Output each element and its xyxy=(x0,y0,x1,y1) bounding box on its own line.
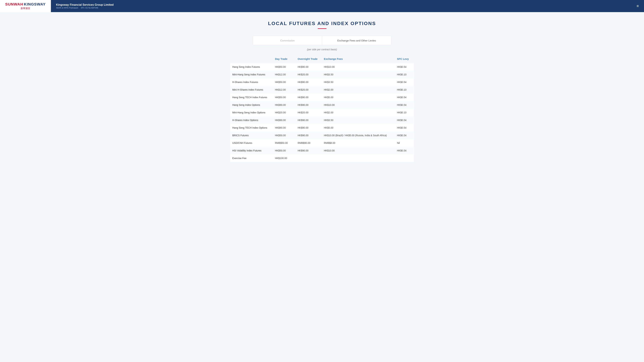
cell-overnight_trade: HK$20.00 xyxy=(296,86,322,94)
cell-exchange_fees: HK$5.00 xyxy=(322,94,395,101)
table-row: HSI Volatility Index FuturesHK$50.00HK$9… xyxy=(230,147,414,154)
header-day-trade: Day Trade xyxy=(273,56,296,63)
company-name: Kingsway Financial Services Group Limite… xyxy=(56,3,114,6)
cell-product: H-Shares Index Futures xyxy=(230,78,273,86)
cell-product: H-Shares Index Options xyxy=(230,116,273,124)
table-row: Hang Seng Index OptionsHK$90.00HK$90.00H… xyxy=(230,101,414,109)
cell-sfc_levy: Nil xyxy=(395,139,414,147)
cell-day_trade: HK$90.00 xyxy=(273,101,296,109)
cell-day_trade: HK$50.00 xyxy=(273,94,296,101)
header-product xyxy=(230,56,273,63)
cell-sfc_levy: HK$0.54 xyxy=(395,78,414,86)
cell-day_trade: HK$20.00 xyxy=(273,109,296,116)
cell-overnight_trade: HK$90.00 xyxy=(296,132,322,139)
table-header: Day Trade Overnight Trade Exchange Fees … xyxy=(230,56,414,63)
cell-exchange_fees: HK$2.00 xyxy=(322,86,395,94)
cell-day_trade: HK$12.00 xyxy=(273,71,296,78)
table-row: BRICS FuturesHK$50.00HK$90.00HK$10.00 (B… xyxy=(230,132,414,139)
cell-exchange_fees: HK$3.50 xyxy=(322,116,395,124)
logo-area: SUNWAH KINGSWAY 新華滙富 xyxy=(0,0,51,12)
cell-sfc_levy: HK$0.54 xyxy=(395,132,414,139)
cell-product: BRICS Futures xyxy=(230,132,273,139)
cell-overnight_trade: HK$90.00 xyxy=(296,78,322,86)
cell-exchange_fees: HK$10.00 (Brazil) / HK$5.00 (Russia, Ind… xyxy=(322,132,395,139)
cell-exchange_fees: HK$10.00 xyxy=(322,101,395,109)
header-sfc-levy: SFC Levy xyxy=(395,56,414,63)
cell-product: Hang Seng Index Futures xyxy=(230,63,273,71)
main-content: LOCAL FUTURES AND INDEX OPTIONS Commissi… xyxy=(227,12,417,171)
cell-exchange_fees xyxy=(322,154,395,162)
per-side-note: (per side per contract basis) xyxy=(230,48,414,51)
tab-container: Commission Exchange Fees and Other Levie… xyxy=(253,36,391,45)
company-sub1: SEHK & HKFE Participant xyxy=(56,7,78,9)
cell-sfc_levy: HK$0.10 xyxy=(395,109,414,116)
table-row: Mini H-Shares Index FuturesHK$12.00HK$20… xyxy=(230,86,414,94)
cell-sfc_levy: HK$0.54 xyxy=(395,124,414,132)
cell-sfc_levy xyxy=(395,154,414,162)
cell-exchange_fees: HK$3.50 xyxy=(322,71,395,78)
header: SUNWAH KINGSWAY 新華滙富 Kingsway Financial … xyxy=(0,0,644,12)
tab-commission[interactable]: Commission xyxy=(253,36,322,45)
cell-overnight_trade: HK$90.00 xyxy=(296,147,322,154)
cell-overnight_trade: HK$20.00 xyxy=(296,71,322,78)
cell-overnight_trade: HK$90.00 xyxy=(296,116,322,124)
cell-overnight_trade: RMB$90.00 xyxy=(296,139,322,147)
company-sub2: SFC CE No ADF346 xyxy=(81,7,98,9)
cell-day_trade: HK$90.00 xyxy=(273,116,296,124)
table-row: Hang Seng TECH Index FuturesHK$50.00HK$9… xyxy=(230,94,414,101)
company-sub: SEHK & HKFE Participant SFC CE No ADF346 xyxy=(56,7,114,9)
cell-product: Mini-Hang Seng Index Options xyxy=(230,109,273,116)
table-row: USD/CNH FuturesRMB$50.00RMB$90.00RMB$8.0… xyxy=(230,139,414,147)
cell-overnight_trade: HK$90.00 xyxy=(296,101,322,109)
cell-product: Hang Seng TECH Index Options xyxy=(230,124,273,132)
table-row: Hang Seng TECH Index OptionsHK$90.00HK$9… xyxy=(230,124,414,132)
cell-day_trade: HK$90.00 xyxy=(273,124,296,132)
table-row: H-Shares Index OptionsHK$90.00HK$90.00HK… xyxy=(230,116,414,124)
logo-sunwah: SUNWAH xyxy=(5,2,23,6)
cell-product: USD/CNH Futures xyxy=(230,139,273,147)
hamburger-menu-icon[interactable]: ≡ xyxy=(636,4,644,8)
cell-exchange_fees: HK$5.00 xyxy=(322,124,395,132)
cell-overnight_trade: HK$20.00 xyxy=(296,109,322,116)
logo-chinese: 新華滙富 xyxy=(5,7,46,10)
cell-day_trade: HK$100.00 xyxy=(273,154,296,162)
tab-exchange-fees[interactable]: Exchange Fees and Other Levies xyxy=(322,36,391,45)
table-row: Mini-Hang Seng Index OptionsHK$20.00HK$2… xyxy=(230,109,414,116)
cell-sfc_levy: HK$0.54 xyxy=(395,94,414,101)
header-overnight-trade: Overnight Trade xyxy=(296,56,322,63)
cell-product: Mini-Hang Seng Index Futures xyxy=(230,71,273,78)
page-title: LOCAL FUTURES AND INDEX OPTIONS xyxy=(230,21,414,26)
cell-product: HSI Volatility Index Futures xyxy=(230,147,273,154)
fee-table: Day Trade Overnight Trade Exchange Fees … xyxy=(230,56,414,162)
logo-row: SUNWAH KINGSWAY xyxy=(5,2,46,6)
cell-product: Hang Seng Index Options xyxy=(230,101,273,109)
logo-block: SUNWAH KINGSWAY 新華滙富 xyxy=(5,2,46,10)
header-row: Day Trade Overnight Trade Exchange Fees … xyxy=(230,56,414,63)
table-row: Hang Seng Index FuturesHK$50.00HK$90.00H… xyxy=(230,63,414,71)
table-row: Exercise FeeHK$100.00 xyxy=(230,154,414,162)
cell-exchange_fees: RMB$8.00 xyxy=(322,139,395,147)
logo-kingsway: KINGSWAY xyxy=(24,2,46,6)
cell-sfc_levy: HK$0.10 xyxy=(395,71,414,78)
cell-sfc_levy: HK$0.54 xyxy=(395,147,414,154)
cell-exchange_fees: HK$3.50 xyxy=(322,78,395,86)
cell-product: Exercise Fee xyxy=(230,154,273,162)
cell-day_trade: HK$50.00 xyxy=(273,147,296,154)
cell-overnight_trade xyxy=(296,154,322,162)
cell-sfc_levy: HK$0.54 xyxy=(395,116,414,124)
table-row: H-Shares Index FuturesHK$50.00HK$90.00HK… xyxy=(230,78,414,86)
cell-exchange_fees: HK$10.00 xyxy=(322,63,395,71)
table-body: Hang Seng Index FuturesHK$50.00HK$90.00H… xyxy=(230,63,414,162)
cell-sfc_levy: HK$0.54 xyxy=(395,63,414,71)
cell-exchange_fees: HK$10.00 xyxy=(322,147,395,154)
cell-overnight_trade: HK$90.00 xyxy=(296,94,322,101)
table-row: Mini-Hang Seng Index FuturesHK$12.00HK$2… xyxy=(230,71,414,78)
cell-overnight_trade: HK$90.00 xyxy=(296,124,322,132)
cell-day_trade: HK$50.00 xyxy=(273,63,296,71)
cell-overnight_trade: HK$90.00 xyxy=(296,63,322,71)
title-underline xyxy=(318,28,326,29)
cell-day_trade: RMB$50.00 xyxy=(273,139,296,147)
cell-sfc_levy: HK$0.54 xyxy=(395,101,414,109)
cell-day_trade: HK$50.00 xyxy=(273,78,296,86)
header-exchange-fees: Exchange Fees xyxy=(322,56,395,63)
